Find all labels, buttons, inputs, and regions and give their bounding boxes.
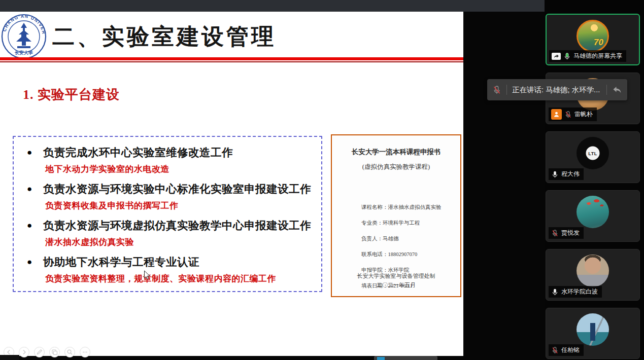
bullet-item: 负责水资源与环境虚拟仿真实验教学中心申报建设工作 潜水抽水虚拟仿真实验 bbox=[21, 217, 316, 250]
taskbar-accent-chip bbox=[377, 357, 385, 360]
participant-label: 程大伟 bbox=[549, 168, 584, 180]
avatar bbox=[577, 313, 609, 346]
avatar bbox=[577, 196, 609, 228]
logo-cn-text: 长安大学 bbox=[14, 50, 33, 55]
doc-footer-publisher: 长安大学实验室与设备管理处制 bbox=[332, 272, 460, 280]
participant-tile-screen-share[interactable]: 70 马雄德的屏幕共享 bbox=[546, 14, 640, 65]
more-tools-button[interactable] bbox=[80, 347, 90, 357]
slide-title: 二、实验室建设管理 bbox=[52, 22, 448, 52]
section-heading: 1. 实验平台建设 bbox=[23, 86, 120, 103]
title-divider-thin bbox=[0, 61, 463, 62]
bullet-item: 负责完成水环中心实验室维修改造工作 地下水动力学实验室的水电改造 bbox=[21, 144, 316, 177]
now-speaking-text: 正在讲话: 马雄德; 水环学... bbox=[512, 85, 601, 95]
now-speaking-toast: 正在讲话: 马雄德; 水环学... bbox=[487, 79, 627, 100]
participants-sidebar: 70 马雄德的屏幕共享 雷帆朴 bbox=[545, 0, 644, 360]
screen-share-icon bbox=[552, 53, 561, 60]
mic-on-icon bbox=[551, 170, 559, 178]
avatar-monogram: LTL bbox=[586, 147, 600, 160]
participant-name: 任柏铭 bbox=[561, 346, 580, 354]
toast-divider bbox=[506, 85, 507, 95]
pen-tool-button[interactable] bbox=[34, 347, 45, 357]
reply-arrow-icon[interactable] bbox=[612, 85, 622, 94]
shared-slide: CHANG'AN UNIVERSITY 长安大学 二、实验室建设管理 1. 实验… bbox=[0, 12, 463, 356]
bullet-sub-text: 地下水动力学实验室的水电改造 bbox=[21, 161, 316, 177]
participant-name: 马雄德的屏幕共享 bbox=[573, 52, 622, 60]
participant-tile[interactable]: 水环学院白波 bbox=[546, 249, 640, 301]
mic-muted-icon bbox=[551, 229, 559, 237]
bullet-item: 协助地下水科学与工程专业认证 负责实验室资料整理，规章制度、实验课程内容的汇编工… bbox=[21, 254, 316, 287]
participant-name: 水环学院白波 bbox=[561, 287, 598, 296]
participant-tile[interactable]: 贾悦发 bbox=[546, 190, 640, 242]
bullet-sub-text: 负责实验室资料整理，规章制度、实验课程内容的汇编工作 bbox=[21, 271, 316, 287]
mic-on-icon bbox=[551, 288, 559, 296]
doc-title: 长安大学一流本科课程申报书 bbox=[332, 148, 460, 157]
mic-muted-icon bbox=[551, 346, 559, 354]
changan-university-logo: CHANG'AN UNIVERSITY 长安大学 bbox=[1, 14, 47, 59]
slide-panel-button[interactable] bbox=[49, 347, 60, 357]
avatar bbox=[577, 255, 609, 287]
doc-field: 负责人：马雄德 bbox=[361, 235, 460, 242]
mouse-cursor bbox=[144, 270, 151, 282]
next-slide-button[interactable] bbox=[19, 347, 29, 357]
collapsed-taskbar-hint[interactable] bbox=[374, 356, 437, 360]
bullet-sub-text: 负责资料收集及申报书的撰写工作 bbox=[21, 198, 316, 214]
bullet-main-text: 负责水资源与环境虚拟仿真实验教学中心申报建设工作 bbox=[21, 217, 316, 234]
participant-tile[interactable]: 任柏铭 bbox=[546, 308, 640, 359]
doc-subtitle: (虚拟仿真实验教学课程) bbox=[332, 163, 460, 171]
mic-muted-icon bbox=[492, 85, 501, 95]
bullet-item: 负责水资源与环境实验中心标准化实验室申报建设工作 负责资料收集及申报书的撰写工作 bbox=[21, 181, 316, 214]
person-role-badge-icon bbox=[551, 109, 562, 120]
participant-label: 马雄德的屏幕共享 bbox=[549, 50, 626, 62]
bullet-main-text: 负责水资源与环境实验中心标准化实验室申报建设工作 bbox=[21, 181, 316, 198]
toast-divider bbox=[606, 85, 607, 95]
participant-name: 程大伟 bbox=[561, 170, 580, 178]
doc-field: 专业类：环境科学与工程 bbox=[361, 220, 460, 227]
doc-field: 联系电话：18802907070 bbox=[361, 251, 460, 258]
mic-muted-icon bbox=[564, 111, 572, 119]
task-list-box: 负责完成水环中心实验室维修改造工作 地下水动力学实验室的水电改造 负责水资源与环… bbox=[13, 136, 322, 292]
avatar: 70 bbox=[577, 20, 609, 52]
bullet-sub-text: 潜水抽水虚拟仿真实验 bbox=[21, 234, 316, 250]
participant-tile[interactable]: LTL 程大伟 bbox=[546, 131, 640, 183]
participant-label: 雷帆朴 bbox=[549, 107, 597, 121]
bullet-main-text: 负责完成水环中心实验室维修改造工作 bbox=[21, 144, 316, 161]
bottom-left-dark-strip bbox=[0, 355, 19, 360]
window-top-bar bbox=[0, 0, 545, 12]
anniversary-70-badge: 70 bbox=[594, 38, 603, 48]
participant-label: 任柏铭 bbox=[549, 344, 584, 356]
participant-name: 雷帆朴 bbox=[574, 110, 593, 119]
application-form-preview: 长安大学一流本科课程申报书 (虚拟仿真实验教学课程) 课程名称：潜水抽水虚拟仿真… bbox=[331, 134, 461, 297]
doc-field: 课程名称：潜水抽水虚拟仿真实验 bbox=[361, 204, 460, 211]
participant-name: 贾悦发 bbox=[561, 229, 580, 237]
title-divider-thick bbox=[0, 57, 463, 60]
mic-active-icon bbox=[563, 52, 571, 60]
zoom-tool-button[interactable] bbox=[64, 347, 75, 357]
bullet-main-text: 协助地下水科学与工程专业认证 bbox=[21, 254, 316, 271]
avatar: LTL bbox=[577, 137, 609, 169]
doc-footer-date: 二〇二一年五月 bbox=[332, 281, 460, 289]
participant-label: 贾悦发 bbox=[549, 227, 584, 239]
participant-label: 水环学院白波 bbox=[549, 286, 602, 298]
